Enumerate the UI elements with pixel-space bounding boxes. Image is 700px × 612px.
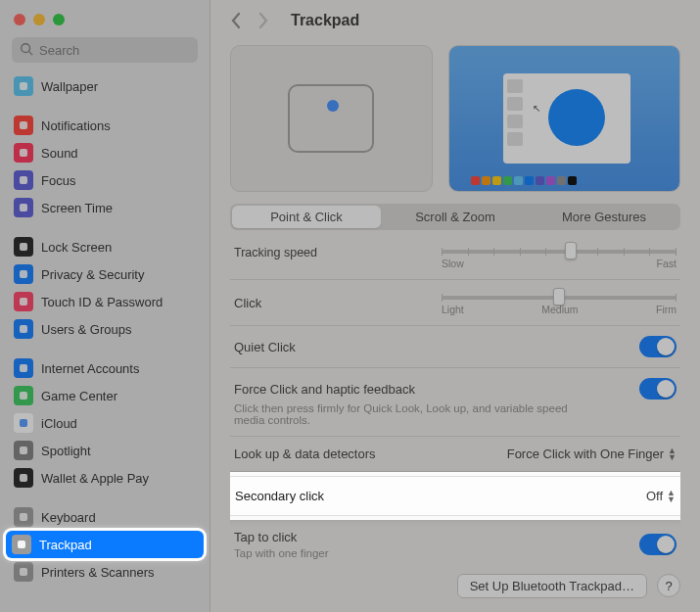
fullscreen-window-button[interactable] bbox=[53, 14, 65, 25]
click-slider[interactable] bbox=[442, 296, 677, 300]
sidebar: WallpaperNotificationsSoundFocusScreen T… bbox=[0, 0, 210, 612]
svg-rect-16 bbox=[20, 513, 27, 521]
sidebar-item-sound[interactable]: Sound bbox=[8, 139, 202, 166]
secondary-click-popup[interactable]: Off ▲▼ bbox=[646, 489, 676, 503]
secondary-click-value: Off bbox=[646, 489, 663, 503]
window-controls bbox=[0, 8, 210, 31]
sidebar-item-label: Spotlight bbox=[41, 444, 91, 458]
svg-rect-3 bbox=[20, 121, 27, 129]
chevron-updown-icon: ▲▼ bbox=[667, 490, 676, 503]
search-icon bbox=[14, 441, 33, 460]
sidebar-item-label: Focus bbox=[41, 173, 75, 188]
sidebar-item-game-center[interactable]: Game Center bbox=[8, 382, 202, 409]
setup-bluetooth-button[interactable]: Set Up Bluetooth Trackpad… bbox=[457, 574, 647, 598]
svg-line-1 bbox=[29, 52, 33, 56]
slider-min-label: Slow bbox=[442, 258, 464, 269]
sidebar-item-label: Sound bbox=[41, 146, 78, 161]
cloud-icon bbox=[14, 413, 33, 433]
sidebar-item-privacy-security[interactable]: Privacy & Security bbox=[8, 260, 202, 288]
force-click-sublabel: Click then press firmly for Quick Look, … bbox=[234, 402, 586, 426]
search-icon bbox=[20, 42, 33, 56]
close-window-button[interactable] bbox=[14, 14, 25, 25]
tracking-speed-slider[interactable] bbox=[442, 250, 677, 254]
lookup-popup[interactable]: Force Click with One Finger ▲▼ bbox=[507, 447, 677, 461]
help-button[interactable]: ? bbox=[657, 574, 680, 597]
quiet-click-toggle[interactable] bbox=[639, 336, 677, 357]
printer-icon bbox=[14, 562, 33, 582]
slider-label: Firm bbox=[656, 304, 677, 315]
svg-rect-18 bbox=[20, 568, 27, 576]
sidebar-item-trackpad[interactable]: Trackpad bbox=[6, 531, 204, 558]
svg-rect-5 bbox=[20, 176, 27, 184]
quiet-click-label: Quiet Click bbox=[234, 340, 296, 354]
sidebar-item-label: Lock Screen bbox=[41, 240, 112, 255]
lookup-label: Look up & data detectors bbox=[234, 447, 376, 461]
sidebar-item-printers-scanners[interactable]: Printers & Scanners bbox=[8, 558, 202, 586]
sidebar-item-icloud[interactable]: iCloud bbox=[8, 409, 202, 437]
sidebar-item-keyboard[interactable]: Keyboard bbox=[8, 503, 202, 531]
forward-button[interactable] bbox=[257, 12, 277, 29]
sidebar-item-focus[interactable]: Focus bbox=[8, 166, 202, 194]
svg-rect-14 bbox=[20, 447, 27, 454]
sidebar-item-wallpaper[interactable]: Wallpaper bbox=[8, 72, 202, 100]
force-click-label: Force Click and haptic feedback bbox=[234, 382, 415, 397]
fingerprint-icon bbox=[14, 292, 33, 311]
tab-more-gestures[interactable]: More Gestures bbox=[530, 206, 678, 228]
cursor-icon: ↖ bbox=[533, 103, 540, 114]
sidebar-item-users-groups[interactable]: Users & Groups bbox=[8, 315, 202, 343]
minimize-window-button[interactable] bbox=[33, 14, 45, 25]
sidebar-item-label: Game Center bbox=[41, 389, 117, 403]
svg-rect-4 bbox=[20, 149, 27, 157]
page-title: Trackpad bbox=[291, 12, 359, 29]
sidebar-item-label: Touch ID & Password bbox=[41, 295, 163, 309]
hourglass-icon bbox=[14, 198, 33, 217]
wallpaper-icon bbox=[14, 76, 33, 96]
back-button[interactable] bbox=[230, 12, 250, 29]
secondary-click-label: Secondary click bbox=[235, 489, 324, 503]
tab-scroll-zoom[interactable]: Scroll & Zoom bbox=[381, 206, 530, 228]
sidebar-item-spotlight[interactable]: Spotlight bbox=[8, 437, 202, 464]
users-icon bbox=[14, 319, 33, 339]
sidebar-item-internet-accounts[interactable]: Internet Accounts bbox=[8, 354, 202, 382]
lookup-value: Force Click with One Finger bbox=[507, 447, 664, 461]
search-input[interactable] bbox=[12, 37, 198, 63]
trackpad-icon bbox=[12, 535, 31, 554]
sidebar-item-lock-screen[interactable]: Lock Screen bbox=[8, 233, 202, 260]
click-label: Click bbox=[234, 296, 261, 310]
svg-rect-12 bbox=[20, 392, 27, 400]
row-tap-to-click: Tap to click Tap with one finger bbox=[230, 520, 680, 564]
keyboard-icon bbox=[14, 507, 33, 527]
game-icon bbox=[14, 386, 33, 405]
chevron-updown-icon: ▲▼ bbox=[668, 447, 677, 461]
wallet-icon bbox=[14, 468, 33, 488]
preview-area: ↖ bbox=[230, 45, 680, 192]
row-lookup: Look up & data detectors Force Click wit… bbox=[230, 437, 680, 472]
sidebar-item-screen-time[interactable]: Screen Time bbox=[8, 194, 202, 221]
sidebar-item-notifications[interactable]: Notifications bbox=[8, 112, 202, 139]
force-click-toggle[interactable] bbox=[639, 378, 677, 400]
row-secondary-click: Secondary click Off ▲▼ bbox=[230, 476, 680, 516]
bell-icon bbox=[14, 116, 33, 135]
tap-to-click-toggle[interactable] bbox=[639, 534, 677, 555]
tab-point-click[interactable]: Point & Click bbox=[232, 206, 381, 228]
sidebar-item-label: Keyboard bbox=[41, 510, 96, 525]
screen-preview: ↖ bbox=[448, 45, 680, 192]
sidebar-item-wallet-apple-pay[interactable]: Wallet & Apple Pay bbox=[8, 464, 202, 492]
row-tracking-speed: Tracking speed Slow Fast bbox=[230, 234, 680, 280]
sidebar-item-touch-id-password[interactable]: Touch ID & Password bbox=[8, 288, 202, 315]
tap-to-click-label: Tap to click bbox=[234, 530, 297, 544]
svg-rect-10 bbox=[20, 325, 27, 333]
tap-to-click-sublabel: Tap with one finger bbox=[234, 547, 329, 559]
hand-icon bbox=[14, 264, 33, 284]
tracking-speed-label: Tracking speed bbox=[234, 246, 317, 259]
sidebar-item-label: Notifications bbox=[41, 118, 111, 133]
lock-icon bbox=[14, 237, 33, 257]
sidebar-item-label: Wallet & Apple Pay bbox=[41, 471, 149, 486]
svg-rect-9 bbox=[20, 298, 27, 306]
sidebar-item-label: Trackpad bbox=[39, 538, 92, 552]
row-click: Click LightMediumFirm bbox=[230, 280, 680, 326]
svg-rect-13 bbox=[20, 419, 27, 427]
svg-rect-11 bbox=[20, 364, 27, 372]
sidebar-item-label: Screen Time bbox=[41, 201, 113, 215]
svg-rect-8 bbox=[20, 270, 27, 278]
